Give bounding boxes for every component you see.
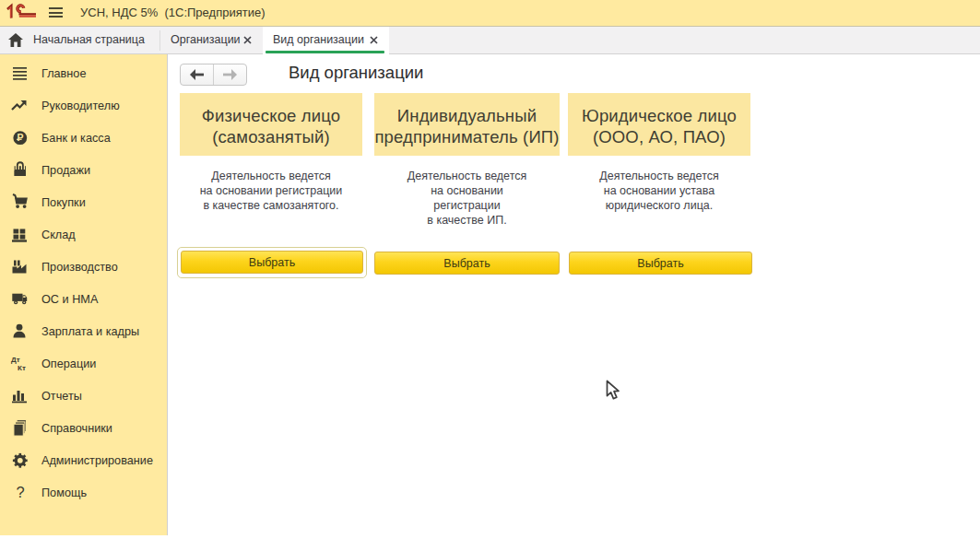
svg-text:Р: Р bbox=[18, 132, 24, 143]
svg-text:?: ? bbox=[17, 484, 25, 500]
svg-text:Дт: Дт bbox=[11, 356, 20, 364]
svg-text:Кт: Кт bbox=[18, 364, 26, 372]
